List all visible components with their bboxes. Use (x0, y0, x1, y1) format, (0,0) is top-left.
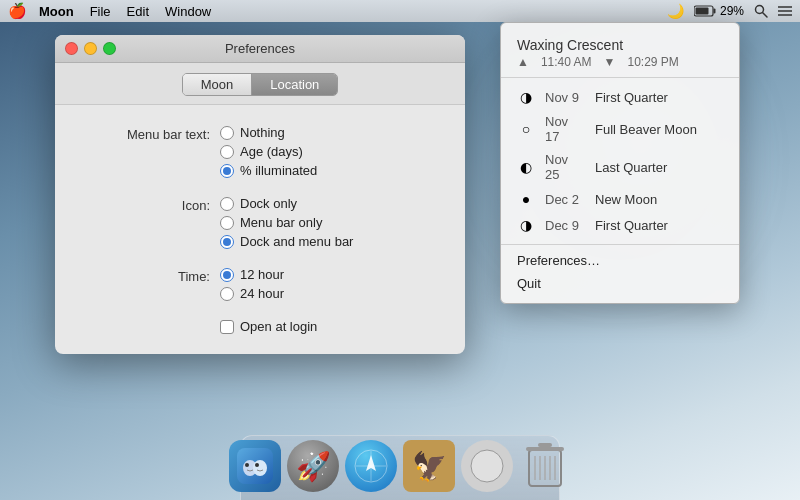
search-icon[interactable] (754, 4, 768, 18)
open-at-login-checkbox[interactable] (220, 320, 234, 334)
apple-menu[interactable]: 🍎 (8, 2, 27, 20)
time-row: Time: 12 hour 24 hour (95, 267, 445, 301)
set-time: 10:29 PM (627, 55, 678, 69)
close-button[interactable] (65, 42, 78, 55)
icon-row: Icon: Dock only Menu bar only Dock and m… (95, 196, 445, 249)
preferences-action[interactable]: Preferences… (501, 249, 739, 272)
dropdown-item-dec2[interactable]: ● Dec 2 New Moon (501, 186, 739, 212)
radio-dock-only[interactable] (220, 197, 234, 211)
menubar-window[interactable]: Window (165, 4, 211, 19)
time-label: Time: (95, 267, 210, 284)
date-dec2: Dec 2 (545, 192, 585, 207)
window-title: Preferences (225, 41, 295, 56)
battery-percent: 29% (720, 4, 744, 18)
menu-bar-illuminated-option[interactable]: % illuminated (220, 163, 317, 178)
safari-svg (354, 449, 388, 483)
menubar-app-name[interactable]: Moon (39, 4, 74, 19)
tab-location[interactable]: Location (252, 74, 337, 95)
dock-icon-safari[interactable] (345, 440, 397, 492)
icon-options: Dock only Menu bar only Dock and menu ba… (220, 196, 353, 249)
dock-icon-trash[interactable] (519, 440, 571, 492)
phase-icon-nov17: ○ (517, 120, 535, 138)
radio-dock-and-menu-bar[interactable] (220, 235, 234, 249)
phase-icon-dec2: ● (517, 190, 535, 208)
dropdown-item-nov9[interactable]: ◑ Nov 9 First Quarter (501, 84, 739, 110)
dropdown-divider (501, 244, 739, 245)
menubar-items: Moon File Edit Window (39, 4, 211, 19)
phase-nov17: Full Beaver Moon (595, 122, 723, 137)
dropdown-item-dec9[interactable]: ◑ Dec 9 First Quarter (501, 212, 739, 238)
open-at-login-row[interactable]: Open at login (220, 319, 445, 334)
svg-rect-25 (526, 447, 564, 451)
time-12hr[interactable]: 12 hour (220, 267, 284, 282)
dropdown-menu: Waxing Crescent ▲ 11:40 AM ▼ 10:29 PM ◑ … (500, 22, 740, 304)
phase-icon-dec9: ◑ (517, 216, 535, 234)
dropdown-subtitle: ▲ 11:40 AM ▼ 10:29 PM (517, 55, 723, 69)
minimize-button[interactable] (84, 42, 97, 55)
tab-moon[interactable]: Moon (183, 74, 253, 95)
svg-rect-1 (713, 9, 715, 14)
icon-dock-only[interactable]: Dock only (220, 196, 353, 211)
trash-svg (525, 442, 565, 490)
time-24hr[interactable]: 24 hour (220, 286, 284, 301)
prefs-content: Menu bar text: Nothing Age (days) % illu… (55, 105, 465, 354)
rise-time: 11:40 AM (541, 55, 592, 69)
svg-rect-2 (695, 8, 708, 15)
dock: 🚀 🦅 (0, 430, 800, 500)
phase-nov9: First Quarter (595, 90, 723, 105)
dropdown-title: Waxing Crescent (517, 37, 723, 53)
dropdown-item-nov17[interactable]: ○ Nov 17 Full Beaver Moon (501, 110, 739, 148)
dock-icon-stamps[interactable]: 🦅 (403, 440, 455, 492)
titlebar: Preferences (55, 35, 465, 63)
radio-menu-bar-only[interactable] (220, 216, 234, 230)
moon-half-svg (469, 448, 505, 484)
time-options: 12 hour 24 hour (220, 267, 284, 301)
menubar-right: 🌙 29% (667, 3, 792, 19)
icon-menu-bar-only[interactable]: Menu bar only (220, 215, 353, 230)
menubar-edit[interactable]: Edit (127, 4, 149, 19)
quit-action[interactable]: Quit (501, 272, 739, 295)
svg-rect-26 (538, 443, 552, 447)
battery-icon (694, 5, 716, 17)
date-dec9: Dec 9 (545, 218, 585, 233)
menu-bar-text-row: Menu bar text: Nothing Age (days) % illu… (95, 125, 445, 178)
dock-icon-launchpad[interactable]: 🚀 (287, 440, 339, 492)
radio-12hr[interactable] (220, 268, 234, 282)
preferences-window: Preferences Moon Location Menu bar text:… (55, 35, 465, 354)
radio-24hr[interactable] (220, 287, 234, 301)
window-controls (65, 42, 116, 55)
svg-line-4 (763, 13, 768, 18)
radio-nothing[interactable] (220, 126, 234, 140)
moon-menubar-icon[interactable]: 🌙 (667, 3, 684, 19)
segment-group: Moon Location (182, 73, 339, 96)
menu-bar-nothing-option[interactable]: Nothing (220, 125, 317, 140)
dropdown-item-nov25[interactable]: ◐ Nov 25 Last Quarter (501, 148, 739, 186)
date-nov9: Nov 9 (545, 90, 585, 105)
dock-items: 🚀 🦅 (229, 440, 571, 496)
arrow-down-icon: ▼ (604, 55, 616, 69)
battery-indicator: 29% (694, 4, 744, 18)
menubar: 🍎 Moon File Edit Window 🌙 29% (0, 0, 800, 22)
icon-label: Icon: (95, 196, 210, 213)
menu-bar-text-label: Menu bar text: (95, 125, 210, 142)
icon-dock-and-menu-bar[interactable]: Dock and menu bar (220, 234, 353, 249)
phase-icon-nov25: ◐ (517, 158, 535, 176)
svg-point-12 (255, 463, 259, 467)
phase-nov25: Last Quarter (595, 160, 723, 175)
dropdown-header: Waxing Crescent ▲ 11:40 AM ▼ 10:29 PM (501, 31, 739, 78)
dock-icon-finder[interactable] (229, 440, 281, 492)
list-icon[interactable] (778, 5, 792, 17)
svg-point-10 (253, 460, 267, 476)
date-nov25: Nov 25 (545, 152, 585, 182)
arrow-up-icon: ▲ (517, 55, 529, 69)
svg-point-11 (245, 463, 249, 467)
menu-bar-age-option[interactable]: Age (days) (220, 144, 317, 159)
date-nov17: Nov 17 (545, 114, 585, 144)
radio-age[interactable] (220, 145, 234, 159)
desktop: 🍎 Moon File Edit Window 🌙 29% (0, 0, 800, 500)
maximize-button[interactable] (103, 42, 116, 55)
radio-illuminated[interactable] (220, 164, 234, 178)
menu-bar-text-options: Nothing Age (days) % illuminated (220, 125, 317, 178)
menubar-file[interactable]: File (90, 4, 111, 19)
dock-icon-moon[interactable] (461, 440, 513, 492)
